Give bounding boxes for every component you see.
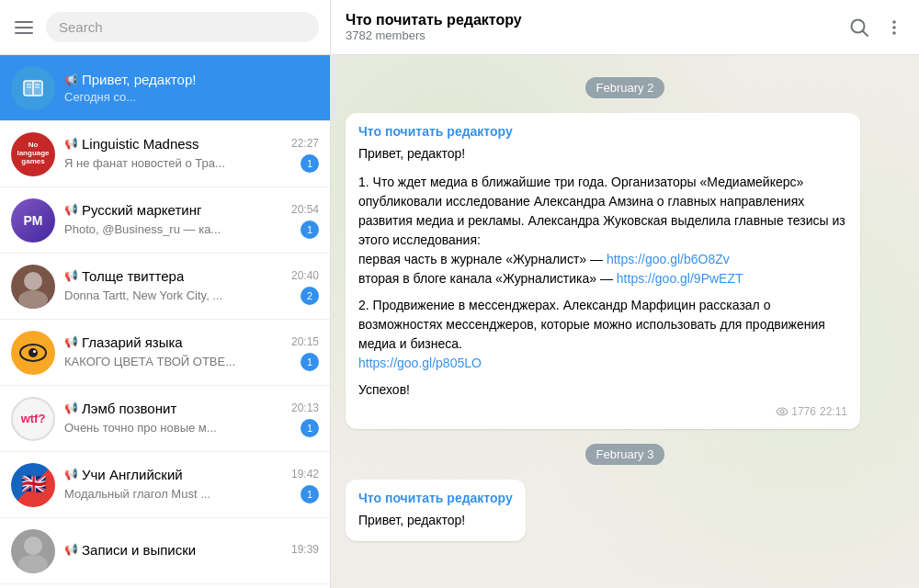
channel-icon: 📢 bbox=[64, 137, 78, 150]
search-input[interactable] bbox=[46, 12, 319, 42]
svg-point-10 bbox=[33, 350, 36, 353]
chat-name: 📢 Учи Английский bbox=[64, 467, 183, 482]
chat-content: 📢 Русский маркетинг 20:54 Photo, @Busine… bbox=[64, 202, 319, 239]
chat-item[interactable]: wtf? 📢 Лэмб позвонит 20:13 Очень точно п… bbox=[0, 386, 330, 452]
link2[interactable]: https://goo.gl/9PwEZT bbox=[617, 271, 743, 286]
messages-area: February 2 Что почитать редактору Привет… bbox=[331, 55, 919, 588]
chat-preview: Очень точно про новые м... 1 bbox=[64, 419, 319, 437]
chat-content: 📢 Записи и выписки 19:39 bbox=[64, 542, 319, 560]
more-options-icon[interactable] bbox=[884, 17, 904, 38]
chat-top: 📢 Глазарий языка 20:15 bbox=[64, 334, 319, 350]
message-views: 1776 bbox=[776, 405, 816, 418]
chat-area: Что почитать редактору 3782 members bbox=[331, 0, 919, 588]
message-time: 22:11 bbox=[820, 405, 847, 418]
svg-point-7 bbox=[18, 290, 48, 309]
avatar bbox=[11, 66, 55, 110]
avatar: 🇬🇧 bbox=[11, 463, 55, 507]
chat-header: Что почитать редактору 3782 members bbox=[331, 0, 919, 55]
chat-top: 📢 Лэмб позвонит 20:13 bbox=[64, 401, 319, 416]
message-bubble: Что почитать редактору Привет, редактор!… bbox=[346, 113, 860, 429]
avatar: PM bbox=[11, 198, 55, 243]
channel-icon: 📢 bbox=[64, 74, 78, 86]
channel-icon: 📢 bbox=[64, 203, 78, 216]
chat-content: 📢 Лэмб позвонит 20:13 Очень точно про но… bbox=[64, 401, 319, 437]
unread-badge: 1 bbox=[301, 353, 319, 371]
svg-point-9 bbox=[28, 348, 38, 357]
channel-icon: 📢 bbox=[64, 401, 78, 414]
chat-preview: Donna Tartt, New York City, ... 2 bbox=[64, 287, 319, 305]
message-bubble-partial: Что почитать редактору Привет, редактор! bbox=[346, 480, 526, 541]
message-sender: Что почитать редактору bbox=[358, 124, 847, 139]
chat-subtitle: 3782 members bbox=[346, 28, 838, 42]
unread-badge: 1 bbox=[301, 485, 319, 503]
svg-point-6 bbox=[24, 272, 42, 290]
avatar bbox=[11, 265, 55, 309]
chat-content: 📢 Глазарий языка 20:15 КАКОГО ЦВЕТА ТВОЙ… bbox=[64, 334, 319, 371]
chat-title: Что почитать редактору bbox=[346, 12, 838, 28]
link3[interactable]: https://goo.gl/p805LO bbox=[358, 356, 482, 370]
chat-item[interactable]: 📢 Толще твиттера 20:40 Donna Tartt, New … bbox=[0, 254, 330, 320]
sidebar: 📢 Привет, редактор! Сегодня со... Nolang… bbox=[0, 0, 331, 588]
chat-item[interactable]: 📢 Записи и выписки 19:39 bbox=[0, 518, 330, 584]
message-footer: 1776 22:11 bbox=[358, 405, 847, 418]
chat-preview: КАКОГО ЦВЕТА ТВОЙ ОТВЕ... 1 bbox=[64, 353, 319, 371]
search-icon[interactable] bbox=[849, 17, 869, 38]
hamburger-menu-icon[interactable] bbox=[11, 17, 37, 38]
chat-top: 📢 Русский маркетинг 20:54 bbox=[64, 202, 319, 218]
chat-header-info: Что почитать редактору 3782 members bbox=[346, 12, 838, 42]
chat-name: 📢 Глазарий языка bbox=[64, 334, 183, 350]
unread-badge: 1 bbox=[301, 220, 319, 239]
svg-point-20 bbox=[780, 410, 784, 413]
svg-point-18 bbox=[892, 26, 896, 29]
channel-icon: 📢 bbox=[64, 269, 78, 282]
unread-badge: 1 bbox=[301, 419, 319, 437]
svg-text:🇬🇧: 🇬🇧 bbox=[21, 471, 47, 496]
avatar: wtf? bbox=[11, 397, 55, 441]
chat-item[interactable]: Nolanguagegames 📢 Linguistic Madness 22:… bbox=[0, 121, 330, 187]
channel-icon: 📢 bbox=[64, 543, 78, 556]
chat-item[interactable]: 📢 Глазарий языка 20:15 КАКОГО ЦВЕТА ТВОЙ… bbox=[0, 320, 330, 386]
chat-top: 📢 Привет, редактор! bbox=[64, 72, 319, 87]
svg-point-13 bbox=[24, 537, 42, 555]
chat-preview: Photo, @Business_ru — ка... 1 bbox=[64, 220, 319, 239]
channel-icon: 📢 bbox=[64, 468, 78, 481]
chat-name: 📢 Записи и выписки bbox=[64, 542, 196, 558]
chat-content: 📢 Толще твиттера 20:40 Donna Tartt, New … bbox=[64, 268, 319, 305]
svg-line-16 bbox=[863, 30, 868, 36]
chat-content: 📢 Linguistic Madness 22:27 Я не фанат но… bbox=[64, 136, 319, 173]
sidebar-header bbox=[0, 0, 330, 55]
chat-item[interactable]: 📢 Привет, редактор! Сегодня со... bbox=[0, 55, 330, 121]
chat-top: 📢 Записи и выписки 19:39 bbox=[64, 542, 319, 558]
chat-item[interactable]: PM 📢 Русский маркетинг 20:54 Photo, @Bus… bbox=[0, 187, 330, 254]
chat-name: 📢 Русский маркетинг bbox=[64, 202, 201, 218]
chat-top: 📢 Толще твиттера 20:40 bbox=[64, 268, 319, 284]
chat-top: 📢 Linguistic Madness 22:27 bbox=[64, 136, 319, 152]
channel-icon: 📢 bbox=[64, 335, 78, 348]
header-actions bbox=[849, 17, 904, 38]
avatar: Nolanguagegames bbox=[11, 132, 55, 176]
unread-badge: 1 bbox=[301, 154, 319, 173]
chat-list: 📢 Привет, редактор! Сегодня со... Nolang… bbox=[0, 55, 330, 588]
svg-point-19 bbox=[892, 31, 896, 35]
chat-preview: Модальный глагол Must ... 1 bbox=[64, 485, 319, 503]
chat-content: 📢 Привет, редактор! Сегодня со... bbox=[64, 72, 319, 104]
chat-item[interactable]: 🇬🇧 📢 Учи Английский 19:42 Модальный глаг… bbox=[0, 452, 330, 518]
avatar bbox=[11, 331, 55, 375]
date-divider-feb3: February 3 bbox=[346, 444, 904, 465]
chat-top: 📢 Учи Английский 19:42 bbox=[64, 467, 319, 482]
svg-point-17 bbox=[892, 20, 896, 24]
link1[interactable]: https://goo.gl/b6O8Zv bbox=[607, 252, 730, 266]
message-text: Привет, редактор! 1. Что ждет медиа в бл… bbox=[358, 144, 847, 400]
chat-name: 📢 Привет, редактор! bbox=[64, 72, 196, 87]
date-badge: February 3 bbox=[585, 444, 665, 465]
avatar bbox=[11, 529, 55, 573]
chat-name: 📢 Толще твиттера bbox=[64, 268, 184, 284]
chat-name: 📢 Лэмб позвонит bbox=[64, 401, 176, 416]
chat-preview: Сегодня со... bbox=[64, 90, 319, 104]
chat-preview: Я не фанат новостей о Тра... 1 bbox=[64, 154, 319, 173]
message-text: Привет, редактор! bbox=[358, 511, 513, 530]
date-badge: February 2 bbox=[585, 77, 665, 98]
date-divider-feb2: February 2 bbox=[346, 77, 904, 98]
unread-badge: 2 bbox=[301, 287, 319, 305]
chat-name: 📢 Linguistic Madness bbox=[64, 136, 199, 152]
